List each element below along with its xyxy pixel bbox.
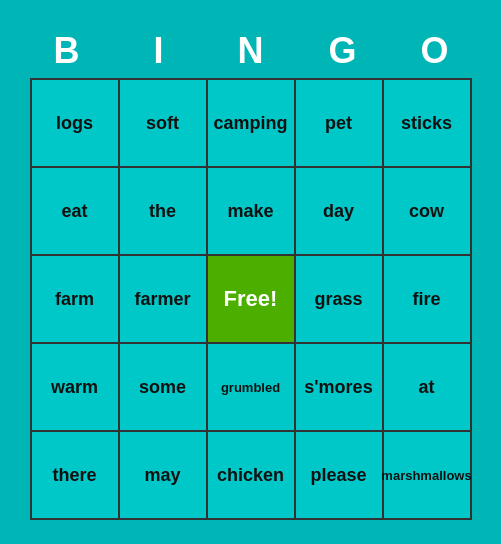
bingo-cell[interactable]: warm xyxy=(32,344,120,432)
bingo-letter: I xyxy=(115,30,203,72)
bingo-cell[interactable]: marshmallows xyxy=(384,432,472,520)
bingo-cell[interactable]: s'mores xyxy=(296,344,384,432)
bingo-cell[interactable]: farmer xyxy=(120,256,208,344)
bingo-cell[interactable]: please xyxy=(296,432,384,520)
bingo-letter: G xyxy=(299,30,387,72)
bingo-cell[interactable]: may xyxy=(120,432,208,520)
bingo-cell[interactable]: soft xyxy=(120,80,208,168)
bingo-cell[interactable]: fire xyxy=(384,256,472,344)
bingo-cell[interactable]: day xyxy=(296,168,384,256)
bingo-cell[interactable]: sticks xyxy=(384,80,472,168)
bingo-letters-row: BINGO xyxy=(21,30,481,72)
bingo-cell[interactable]: pet xyxy=(296,80,384,168)
bingo-container: BINGO logssoftcampingpetstickseatthemake… xyxy=(11,14,491,530)
free-cell[interactable]: Free! xyxy=(208,256,296,344)
bingo-cell[interactable]: eat xyxy=(32,168,120,256)
bingo-cell[interactable]: farm xyxy=(32,256,120,344)
bingo-cell[interactable]: logs xyxy=(32,80,120,168)
bingo-cell[interactable]: the xyxy=(120,168,208,256)
bingo-cell[interactable]: there xyxy=(32,432,120,520)
bingo-cell[interactable]: cow xyxy=(384,168,472,256)
bingo-cell[interactable]: some xyxy=(120,344,208,432)
bingo-cell[interactable]: camping xyxy=(208,80,296,168)
bingo-cell[interactable]: grumbled xyxy=(208,344,296,432)
bingo-cell[interactable]: chicken xyxy=(208,432,296,520)
bingo-cell[interactable]: grass xyxy=(296,256,384,344)
bingo-letter: O xyxy=(391,30,479,72)
bingo-cell[interactable]: at xyxy=(384,344,472,432)
bingo-letter: N xyxy=(207,30,295,72)
bingo-grid: logssoftcampingpetstickseatthemakedaycow… xyxy=(30,78,472,520)
bingo-letter: B xyxy=(23,30,111,72)
bingo-cell[interactable]: make xyxy=(208,168,296,256)
